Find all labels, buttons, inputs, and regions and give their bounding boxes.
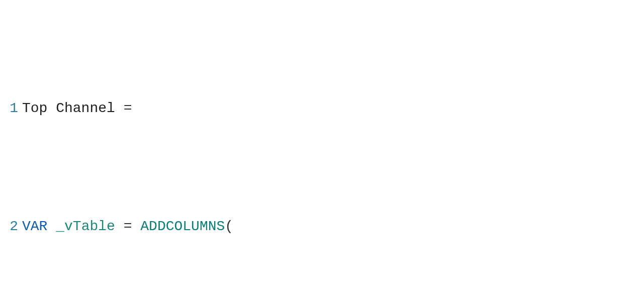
code-editor[interactable]: 1 Top Channel = 2 VAR _vTable = ADDCOLUM… xyxy=(0,0,644,304)
function-addcolumns: ADDCOLUMNS xyxy=(140,219,225,234)
measure-name: Top Channel xyxy=(22,100,115,116)
operator-equals: = xyxy=(115,100,140,116)
code-line: 2 VAR _vTable = ADDCOLUMNS( xyxy=(0,215,640,238)
code-content: Top Channel = xyxy=(22,96,640,120)
paren-open: ( xyxy=(225,219,233,234)
operator-equals: = xyxy=(115,219,140,234)
keyword-var: VAR xyxy=(22,219,47,234)
code-content: VAR _vTable = ADDCOLUMNS( xyxy=(22,215,640,238)
line-number: 2 xyxy=(0,215,22,238)
line-number: 1 xyxy=(0,96,22,120)
code-line: 1 Top Channel = xyxy=(0,96,640,120)
variable-name: _vTable xyxy=(56,219,115,234)
